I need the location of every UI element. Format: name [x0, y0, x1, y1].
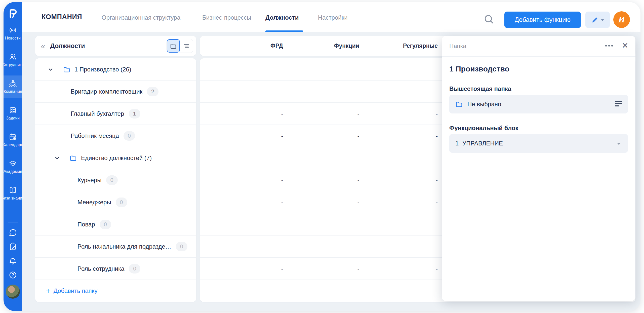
sidebar-item-tasks[interactable]: Задачи [4, 102, 22, 124]
cell-frd: - [233, 266, 283, 272]
parent-folder-value: Не выбрано [467, 101, 501, 108]
employees-icon [9, 53, 17, 61]
cell-frd: - [233, 177, 283, 184]
cell-regular: - [387, 177, 438, 184]
broadcast-icon [9, 26, 17, 34]
folder-view-button[interactable] [167, 39, 180, 53]
tree-list-icon [183, 43, 190, 50]
sidebar-item-label: Новости [5, 36, 21, 41]
pencil-icon [591, 16, 599, 24]
cell-functions: - [309, 111, 359, 117]
user-photo-avatar[interactable] [6, 285, 20, 299]
tree-folder-row[interactable]: 1 Производство (26) [35, 58, 196, 81]
help-icon[interactable] [9, 271, 17, 279]
position-label: Повар [77, 221, 95, 228]
tab-org-structure[interactable]: Организационная структура [102, 14, 180, 21]
collapse-panel-icon[interactable]: « [41, 42, 45, 50]
app-logo-icon[interactable] [7, 8, 18, 19]
cell-functions: - [309, 89, 359, 95]
sidebar-item-label: Календарь [4, 143, 23, 147]
sidebar-item-academy[interactable]: Академия [4, 155, 22, 178]
sidebar-item-label: Сотрудники [4, 63, 24, 67]
position-count-badge: 0 [116, 198, 127, 207]
column-header-regular: Регулярные [387, 43, 438, 49]
cell-frd: - [233, 89, 283, 95]
top-bar: КОМПАНИЯ Организационная структура Бизне… [22, 2, 640, 32]
tree-position-row[interactable]: Роль начальника для подразде… 0 [35, 236, 196, 258]
folder-label: 1 Производство (26) [74, 66, 131, 73]
chevron-down-icon[interactable] [47, 66, 54, 73]
folder-icon [69, 154, 77, 162]
chevron-down-icon[interactable] [54, 155, 60, 161]
tree-position-row[interactable]: Работник месяца 0 [35, 125, 196, 147]
position-count-badge: 0 [176, 242, 187, 251]
page-title: КОМПАНИЯ [42, 13, 82, 21]
sidebar-item-label: Компания [4, 89, 22, 94]
active-tab-underline [265, 30, 303, 32]
tab-settings[interactable]: Настройки [318, 14, 348, 21]
cell-functions: - [309, 177, 359, 184]
cell-functions: - [309, 221, 359, 228]
notes-icon[interactable] [9, 242, 17, 251]
sidebar-item-label: База знаний [4, 196, 24, 201]
cell-regular: - [387, 266, 438, 272]
cell-regular: - [387, 221, 438, 228]
more-options-icon[interactable] [605, 45, 613, 47]
functional-block-label: Функциональный блок [449, 125, 518, 132]
account-avatar[interactable]: И [613, 11, 630, 28]
sidebar-item-label: Академия [4, 169, 22, 174]
add-folder-button[interactable]: + Добавить папку [35, 280, 196, 302]
list-view-button[interactable] [180, 39, 193, 53]
tree-folder-row[interactable]: Единство должностей (7) [35, 147, 196, 169]
tab-business-processes[interactable]: Бизнес-процессы [202, 14, 251, 21]
sidebar-item-news[interactable]: Новости [4, 22, 22, 44]
sidebar-item-knowledge-base[interactable]: База знаний [4, 182, 22, 204]
position-label: Роль начальника для подразде… [77, 243, 171, 250]
tree-position-row[interactable]: Повар 0 [35, 213, 196, 236]
sidebar-item-employees[interactable]: Сотрудники [4, 49, 22, 71]
cell-frd: - [233, 221, 283, 228]
chevron-down-icon [617, 143, 621, 145]
position-count-badge: 1 [129, 109, 140, 119]
app-window: Новости Сотрудники Компания Задачи Кален… [4, 2, 640, 311]
search-icon[interactable] [483, 14, 495, 26]
functional-block-select[interactable]: 1- УПРАВЛЕНИЕ [449, 134, 628, 153]
browse-folders-icon[interactable] [615, 101, 622, 106]
plus-icon: + [46, 287, 51, 295]
tree-position-row[interactable]: Бригадир-комплектовщик 2 [35, 81, 196, 103]
folder-label: Единство должностей (7) [81, 154, 152, 162]
cell-functions: - [309, 244, 359, 250]
bell-icon[interactable] [9, 257, 17, 265]
chat-icon[interactable] [9, 228, 17, 237]
tree-panel-header: « Должности [35, 36, 196, 56]
position-label: Менеджеры [77, 199, 111, 206]
tree-position-row[interactable]: Роль сотрудника 0 [35, 258, 196, 280]
company-icon [9, 80, 17, 88]
positions-tree: 1 Производство (26) Бригадир-комплектовщ… [35, 58, 196, 302]
cell-regular: - [387, 133, 438, 139]
close-icon[interactable]: ✕ [622, 42, 628, 50]
academy-icon [9, 160, 17, 168]
edit-dropdown-button[interactable] [585, 12, 610, 28]
position-label: Работник месяца [71, 132, 119, 139]
folder-title: 1 Производство [449, 65, 509, 73]
cell-frd: - [233, 111, 283, 117]
knowledge-base-icon [9, 186, 17, 194]
sidebar-item-calendar[interactable]: Календарь [4, 129, 22, 151]
folder-icon [170, 43, 177, 50]
tree-position-row[interactable]: Менеджеры 0 [35, 191, 196, 213]
cell-frd: - [233, 133, 283, 139]
position-label: Бригадир-комплектовщик [71, 88, 142, 95]
position-label: Курьеры [77, 177, 102, 184]
sidebar: Новости Сотрудники Компания Задачи Кален… [4, 2, 22, 311]
tree-position-row[interactable]: Главный бухгалтер 1 [35, 103, 196, 125]
sidebar-item-company[interactable]: Компания [4, 75, 22, 98]
position-count-badge: 2 [147, 87, 158, 96]
parent-folder-field[interactable]: Не выбрано [449, 95, 628, 113]
tree-position-row[interactable]: Курьеры 0 [35, 169, 196, 191]
add-function-button[interactable]: Добавить функцию [504, 12, 581, 28]
calendar-icon [9, 133, 17, 141]
cell-functions: - [309, 199, 359, 206]
tab-positions[interactable]: Должности [265, 14, 299, 21]
cell-functions: - [309, 133, 359, 139]
